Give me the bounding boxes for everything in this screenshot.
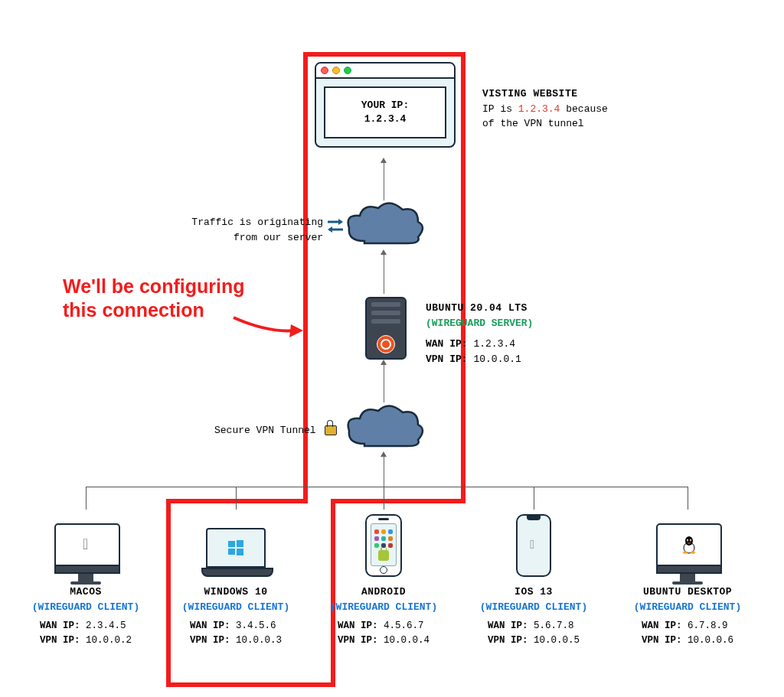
your-ip-label: YOUR IP:	[332, 99, 439, 112]
highlighted-ip: 1.2.3.4	[518, 103, 560, 115]
client-name: IOS 13	[465, 585, 603, 600]
client-vpn: 10.0.0.2	[86, 635, 132, 646]
arrow-server-to-cloud	[384, 254, 384, 294]
client-role: (WIREGUARD CLIENT)	[167, 600, 305, 615]
client-wan: 6.7.8.9	[688, 620, 728, 631]
traffic-origin-annotation: Traffic is originating from our server	[185, 215, 323, 245]
minimize-icon	[332, 67, 340, 74]
client-wan: 4.5.6.7	[384, 620, 424, 631]
website-annotation-line1: IP is 1.2.3.4 because	[482, 102, 608, 117]
client-role: (WIREGUARD CLIENT)	[619, 600, 756, 615]
client-android: ANDROID (WIREGUARD CLIENT) WAN IP: 4.5.6…	[315, 511, 452, 648]
arrow-tunnel-to-server	[384, 364, 384, 402]
server-vpn-row: VPN IP: 10.0.0.1	[426, 352, 533, 367]
android-logo-icon	[378, 550, 389, 561]
client-wan: 3.4.5.6	[236, 620, 276, 631]
client-bus-line	[86, 487, 688, 487]
server-os-label: UBUNTU 20.04 LTS	[426, 301, 533, 316]
client-name: WINDOWS 10	[167, 585, 305, 600]
svg-point-14	[691, 540, 691, 541]
desktop-icon	[656, 523, 719, 577]
client-role: (WIREGUARD CLIENT)	[465, 600, 603, 615]
client-name: MACOS	[17, 585, 155, 600]
imac-icon: 	[54, 523, 117, 577]
close-icon	[321, 67, 328, 74]
client-vpn: 10.0.0.5	[534, 635, 580, 646]
iphone-icon: 	[516, 514, 551, 577]
client-ubuntu-desktop: UBUNTU DESKTOP (WIREGUARD CLIENT) WAN IP…	[619, 511, 756, 648]
svg-point-16	[691, 551, 695, 554]
client-name: ANDROID	[315, 585, 452, 600]
server-role-label: (WIREGUARD SERVER)	[426, 316, 533, 331]
vpn-tunnel-cloud-icon	[341, 402, 427, 457]
tux-logo-icon	[681, 536, 697, 554]
client-role: (WIREGUARD CLIENT)	[315, 600, 452, 615]
client-vpn: 10.0.0.3	[236, 635, 282, 646]
server-wan-row: WAN IP: 1.2.3.4	[426, 337, 533, 352]
client-windows: WINDOWS 10 (WIREGUARD CLIENT) WAN IP: 3.…	[167, 511, 305, 648]
laptop-icon	[201, 528, 270, 577]
vpn-server-icon	[365, 297, 407, 360]
svg-point-13	[688, 540, 688, 541]
browser-content: YOUR IP: 1.2.3.4	[324, 86, 446, 138]
maximize-icon	[344, 67, 351, 74]
apple-logo-icon: 	[83, 536, 92, 554]
svg-rect-7	[228, 549, 235, 555]
website-annotation-title: VISTING WEBSITE	[482, 86, 608, 102]
windows-logo-icon	[227, 539, 244, 556]
svg-rect-5	[228, 541, 235, 547]
svg-marker-3	[328, 226, 332, 233]
arrow-cloud-to-browser	[384, 162, 384, 200]
internet-cloud-icon	[341, 199, 427, 254]
ubuntu-logo-icon	[377, 335, 395, 353]
arrow-bus-to-tunnel	[384, 456, 384, 487]
svg-marker-1	[338, 219, 343, 225]
callout-text: We'll be configuring this connection	[63, 275, 244, 323]
destination-website-window: YOUR IP: 1.2.3.4	[315, 62, 456, 148]
tunnel-annotation: Secure VPN Tunnel	[214, 423, 337, 438]
lock-icon	[325, 425, 337, 435]
svg-rect-6	[237, 540, 243, 547]
svg-point-10	[685, 536, 693, 546]
vpn-topology-diagram: YOUR IP: 1.2.3.4 VISTING WEBSITE IP is 1…	[0, 0, 784, 697]
your-ip-value: 1.2.3.4	[332, 112, 439, 126]
apple-logo-icon: 	[530, 539, 537, 552]
window-titlebar	[316, 64, 454, 79]
server-annotation: UBUNTU 20.04 LTS (WIREGUARD SERVER) WAN …	[426, 301, 533, 366]
client-wan: 2.3.4.5	[86, 620, 126, 631]
client-macos:  MACOS (WIREGUARD CLIENT) WAN IP: 2.3.4…	[17, 511, 155, 648]
client-vpn: 10.0.0.6	[688, 635, 733, 646]
website-annotation: VISTING WEBSITE IP is 1.2.3.4 because of…	[482, 86, 608, 132]
svg-marker-4	[289, 324, 303, 337]
client-ios:  IOS 13 (WIREGUARD CLIENT) WAN IP: 5.6.…	[465, 511, 603, 648]
android-phone-icon	[365, 514, 402, 577]
client-name: UBUNTU DESKTOP	[619, 585, 756, 600]
client-vpn: 10.0.0.4	[384, 635, 430, 646]
client-wan: 5.6.7.8	[534, 620, 574, 631]
svg-rect-8	[237, 549, 243, 555]
bidirectional-arrow-icon	[326, 217, 345, 235]
svg-point-15	[683, 551, 688, 554]
callout-arrow-icon	[230, 306, 306, 344]
client-role: (WIREGUARD CLIENT)	[17, 600, 155, 615]
website-annotation-line2: of the VPN tunnel	[482, 116, 608, 132]
